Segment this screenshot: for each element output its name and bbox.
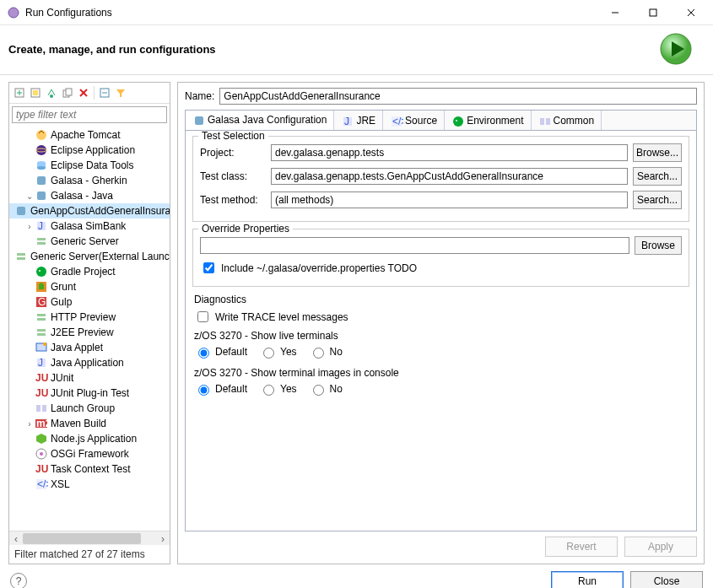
live-terminals-radio[interactable]	[198, 348, 209, 359]
console-images-radio[interactable]	[263, 385, 274, 396]
maximize-button[interactable]	[634, 1, 672, 24]
server-icon	[35, 326, 48, 339]
tree-item[interactable]: Generic Server	[9, 234, 170, 249]
scroll-left-icon[interactable]: ‹	[9, 531, 23, 546]
testclass-search-button[interactable]: Search...	[633, 167, 682, 186]
expand-arrow-icon[interactable]: ⌄	[24, 192, 35, 201]
svg-point-0	[8, 8, 19, 18]
tree-item[interactable]: J2EE Preview	[9, 325, 170, 340]
export-button[interactable]	[44, 85, 59, 100]
tab-source[interactable]: </>Source	[383, 111, 445, 130]
live-terminals-option[interactable]: No	[309, 345, 343, 359]
console-images-radio[interactable]	[198, 385, 209, 396]
svg-text:m2: m2	[36, 418, 48, 429]
tree-item[interactable]: Eclipse Data Tools	[9, 158, 170, 173]
testmethod-input[interactable]	[271, 192, 628, 208]
collapse-all-button[interactable]	[97, 85, 112, 100]
tree-item[interactable]: Gradle Project	[9, 264, 170, 279]
tree-item[interactable]: Grunt	[9, 279, 170, 294]
filter-button[interactable]	[113, 85, 128, 100]
filter-input[interactable]	[12, 106, 167, 123]
tree-item[interactable]: ›m2Maven Build	[9, 416, 170, 431]
tab-label: Galasa Java Configuration	[208, 114, 327, 126]
tab-jre[interactable]: JJRE	[334, 111, 383, 130]
tree-item[interactable]: </>XSL	[9, 477, 170, 492]
radio-label: No	[330, 346, 343, 358]
dialog-header: Create, manage, and run configurations	[0, 25, 713, 75]
svg-point-64	[453, 116, 463, 127]
diagnostics-group: Diagnostics Write TRACE level messages z…	[192, 294, 689, 396]
svg-text:J: J	[38, 220, 43, 232]
tree-item[interactable]: JUJUnit	[9, 370, 170, 386]
tree-item[interactable]: ›JGalasa SimBank	[9, 218, 170, 234]
console-images-option[interactable]: Default	[194, 382, 247, 396]
tab-galasa-java-configuration[interactable]: Galasa Java Configuration	[186, 111, 334, 131]
tree-item-label: OSGi Framework	[51, 448, 129, 460]
tree-item[interactable]: Java Applet	[9, 340, 170, 355]
svg-rect-30	[37, 238, 46, 240]
delete-button[interactable]	[76, 85, 91, 100]
apply-button[interactable]: Apply	[624, 537, 697, 557]
tree-hscrollbar[interactable]: ‹ ›	[9, 531, 170, 545]
tab-environment[interactable]: Environment	[445, 111, 531, 130]
project-browse-button[interactable]: Browse...	[633, 143, 682, 162]
new-proto-button[interactable]	[28, 85, 43, 100]
tree-item[interactable]: Node.js Application	[9, 431, 170, 446]
console-images-option[interactable]: Yes	[259, 382, 297, 396]
live-terminals-option[interactable]: Yes	[259, 345, 297, 359]
tree-item[interactable]: JUTask Context Test	[9, 461, 170, 477]
help-icon[interactable]: ?	[10, 573, 27, 588]
tree-item-label: Galasa - Gherkin	[51, 175, 127, 186]
expand-arrow-icon[interactable]: ›	[24, 222, 35, 231]
tree-item[interactable]: GGulp	[9, 294, 170, 310]
tree-item[interactable]: ⌄Galasa - Java	[9, 188, 170, 203]
dialog-title: Create, manage, and run configurations	[8, 43, 659, 56]
console-images-radio[interactable]	[313, 385, 324, 396]
eclipse-icon	[35, 143, 48, 157]
live-terminals-option[interactable]: Default	[194, 345, 247, 359]
server-icon	[35, 310, 48, 324]
tree-item[interactable]: Generic Server(External Launch)	[9, 249, 170, 264]
svg-rect-25	[37, 176, 46, 185]
tree-item[interactable]: JUJUnit Plug-in Test	[9, 386, 170, 401]
tree-item[interactable]: OSGi Framework	[9, 446, 170, 461]
live-terminals-radio[interactable]	[313, 348, 324, 359]
tree-item[interactable]: JJava Application	[9, 355, 170, 370]
revert-button[interactable]: Revert	[545, 537, 618, 557]
radio-label: Default	[215, 383, 247, 395]
project-input[interactable]	[271, 144, 628, 161]
tree-item[interactable]: GenAppCustAddGeneralInsurance	[9, 203, 170, 218]
live-terminals-radio[interactable]	[263, 348, 274, 359]
scroll-right-icon[interactable]: ›	[156, 531, 170, 546]
duplicate-button[interactable]	[60, 85, 75, 100]
config-tree-panel: Apache TomcatEclipse ApplicationEclipse …	[8, 82, 170, 564]
window-title: Run Configurations	[25, 7, 596, 19]
testmethod-search-button[interactable]: Search...	[633, 191, 682, 209]
new-config-button[interactable]	[12, 85, 27, 100]
tree-item[interactable]: HTTP Preview	[9, 310, 170, 325]
tab-common[interactable]: Common	[532, 111, 602, 130]
run-button[interactable]: Run	[551, 571, 624, 588]
override-browse-button[interactable]: Browse	[635, 236, 682, 255]
override-input[interactable]	[200, 237, 629, 254]
tree-item[interactable]: Eclipse Application	[9, 143, 170, 158]
trace-checkbox[interactable]	[197, 311, 208, 322]
expand-arrow-icon[interactable]: ›	[24, 419, 35, 429]
config-tree[interactable]: Apache TomcatEclipse ApplicationEclipse …	[9, 126, 170, 531]
osgi-icon	[35, 447, 48, 461]
close-dialog-button[interactable]: Close	[630, 571, 703, 588]
svg-rect-26	[37, 192, 46, 200]
name-input[interactable]	[219, 88, 697, 105]
tree-item[interactable]: Launch Group	[9, 401, 170, 416]
tree-item[interactable]: Galasa - Gherkin	[9, 173, 170, 188]
svg-rect-66	[540, 118, 544, 125]
include-override-checkbox[interactable]	[203, 262, 214, 273]
minimize-button[interactable]	[596, 1, 634, 24]
tree-item[interactable]: Apache Tomcat	[9, 127, 170, 143]
testclass-input[interactable]	[271, 168, 628, 185]
console-images-option[interactable]: No	[309, 382, 343, 396]
radio-label: Yes	[280, 346, 297, 358]
tree-item-label: XSL	[51, 478, 70, 490]
scroll-thumb[interactable]	[23, 533, 141, 544]
close-button[interactable]	[672, 1, 710, 24]
